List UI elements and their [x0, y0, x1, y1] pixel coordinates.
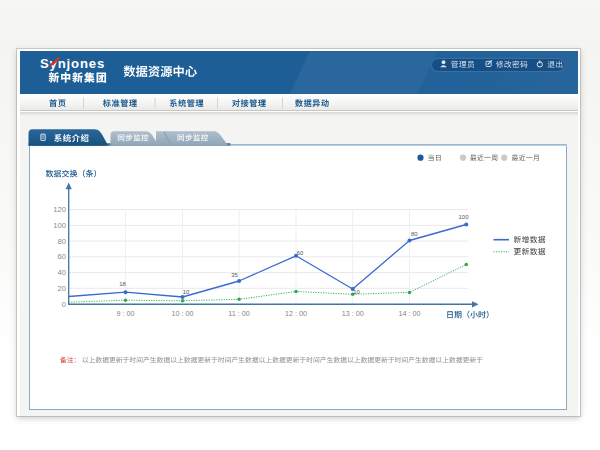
svg-text:0: 0 [62, 300, 66, 309]
svg-text:80: 80 [58, 237, 66, 246]
svg-text:13 : 00: 13 : 00 [342, 309, 364, 318]
svg-text:80: 80 [411, 231, 418, 237]
svg-text:60: 60 [58, 252, 66, 261]
svg-text:14 : 00: 14 : 00 [399, 309, 421, 318]
svg-text:35: 35 [231, 272, 238, 278]
svg-text:60: 60 [297, 250, 304, 256]
svg-text:10: 10 [353, 289, 360, 295]
svg-text:100: 100 [459, 214, 470, 220]
svg-text:9 : 00: 9 : 00 [117, 309, 135, 318]
svg-text:100: 100 [53, 221, 66, 230]
svg-text:40: 40 [58, 268, 66, 277]
svg-text:20: 20 [58, 284, 66, 293]
svg-text:Synjones: Synjones [40, 56, 105, 71]
svg-text:11 : 00: 11 : 00 [228, 309, 249, 318]
svg-text:12 : 00: 12 : 00 [285, 309, 307, 318]
svg-text:120: 120 [53, 205, 66, 214]
svg-text:18: 18 [119, 281, 126, 287]
svg-text:10 : 00: 10 : 00 [172, 309, 194, 318]
svg-text:10: 10 [183, 289, 190, 295]
